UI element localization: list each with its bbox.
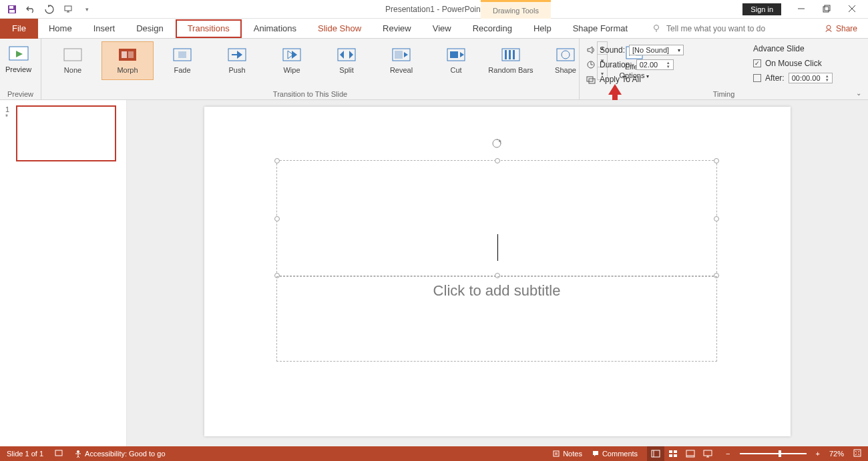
slide-canvas-area[interactable]: Click to add subtitle — [127, 100, 868, 447]
rotate-handle-icon[interactable] — [491, 138, 502, 151]
svg-point-9 — [654, 25, 659, 29]
duration-input[interactable]: 02.00▲▼ — [636, 59, 674, 70]
transition-reveal-label: Reveal — [390, 66, 413, 74]
transition-morph[interactable]: Morph — [101, 41, 154, 80]
morph-icon — [118, 48, 137, 61]
tab-review[interactable]: Review — [372, 19, 422, 39]
collapse-ribbon-icon[interactable]: ⌄ — [856, 89, 861, 97]
transition-reveal[interactable]: Reveal — [375, 41, 427, 80]
svg-rect-62 — [674, 454, 677, 457]
after-checkbox[interactable] — [753, 74, 761, 82]
svg-marker-27 — [340, 51, 344, 59]
fade-icon — [173, 48, 192, 61]
start-from-beginning-icon[interactable] — [63, 4, 73, 15]
transition-push[interactable]: Push — [211, 41, 263, 80]
split-icon — [337, 48, 356, 61]
random-bars-icon — [501, 48, 520, 61]
slide-thumbnail-1[interactable] — [16, 105, 116, 161]
svg-rect-37 — [509, 50, 511, 59]
tab-file[interactable]: File — [0, 19, 38, 39]
view-normal-button[interactable] — [647, 446, 664, 461]
transition-none[interactable]: None — [47, 41, 99, 80]
accessibility-label: Accessibility: Good to go — [85, 450, 165, 458]
save-icon[interactable] — [7, 4, 17, 15]
slide-thumbnail-pane: 1 * — [0, 100, 127, 447]
tab-insert[interactable]: Insert — [83, 19, 126, 39]
lightbulb-icon — [652, 24, 661, 33]
tab-transitions[interactable]: Transitions — [176, 19, 242, 38]
svg-rect-59 — [669, 450, 672, 453]
transition-split[interactable]: Split — [320, 41, 373, 80]
zoom-slider[interactable] — [740, 453, 807, 454]
zoom-level[interactable]: 72% — [829, 450, 844, 458]
sound-dropdown[interactable]: [No Sound]▾ — [629, 45, 684, 55]
tab-recording[interactable]: Recording — [462, 19, 523, 39]
svg-rect-14 — [64, 49, 81, 61]
transition-wipe[interactable]: Wipe — [266, 41, 318, 80]
slide: Click to add subtitle — [204, 107, 791, 436]
transition-fade[interactable]: Fade — [156, 41, 208, 80]
svg-marker-28 — [349, 51, 353, 59]
comments-icon — [592, 450, 600, 458]
preview-label: Preview — [5, 65, 31, 73]
tab-home[interactable]: Home — [38, 19, 83, 39]
on-mouse-click-label: On Mouse Click — [765, 59, 822, 68]
on-mouse-click-checkbox[interactable]: ✓ — [753, 59, 761, 67]
view-slideshow-button[interactable] — [699, 446, 716, 461]
tab-design[interactable]: Design — [126, 19, 174, 39]
svg-rect-5 — [823, 7, 829, 12]
restore-icon[interactable] — [823, 5, 832, 14]
duration-icon — [586, 60, 596, 69]
tab-help[interactable]: Help — [523, 19, 562, 39]
svg-rect-57 — [652, 450, 660, 457]
tell-me-label: Tell me what you want to do — [666, 24, 765, 33]
accessibility-button[interactable]: Accessibility: Good to go — [74, 450, 165, 458]
notes-button[interactable]: Notes — [552, 450, 582, 458]
group-label-transition: Transition to This Slide — [41, 90, 579, 98]
title-placeholder[interactable] — [276, 160, 717, 276]
thumbnail-transition-indicator: * — [5, 113, 13, 121]
tab-animations[interactable]: Animations — [243, 19, 307, 39]
preview-icon — [8, 45, 29, 63]
zoom-in-button[interactable]: + — [816, 450, 820, 458]
view-reading-button[interactable] — [682, 446, 699, 461]
zoom-out-button[interactable]: − — [726, 450, 730, 458]
group-label-preview: Preview — [0, 90, 41, 98]
transition-cut[interactable]: Cut — [430, 41, 482, 80]
svg-rect-61 — [669, 454, 672, 457]
minimize-icon[interactable] — [797, 5, 807, 14]
svg-rect-52 — [55, 450, 62, 456]
sign-in-button[interactable]: Sign in — [742, 3, 781, 15]
after-time-input[interactable]: 00:00.00▲▼ — [789, 73, 833, 83]
context-tab-drawing-tools: Drawing Tools — [481, 0, 551, 19]
svg-rect-16 — [122, 51, 127, 58]
close-icon[interactable] — [848, 5, 857, 14]
tell-me-search[interactable]: Tell me what you want to do — [652, 24, 765, 33]
view-sorter-button[interactable] — [664, 446, 682, 461]
transition-wipe-label: Wipe — [283, 66, 300, 74]
accessibility-icon — [74, 450, 82, 458]
redo-icon[interactable] — [44, 4, 55, 15]
apply-to-all-button[interactable]: Apply To All — [600, 75, 641, 84]
subtitle-placeholder[interactable]: Click to add subtitle — [276, 276, 717, 362]
after-label: After: — [765, 73, 785, 83]
none-icon — [63, 48, 82, 61]
qat-more-icon[interactable]: ▾ — [81, 4, 92, 15]
sound-icon — [586, 45, 596, 55]
tab-view[interactable]: View — [422, 19, 462, 39]
preview-button[interactable]: Preview — [5, 41, 31, 73]
tab-slideshow[interactable]: Slide Show — [307, 19, 372, 39]
fit-to-window-button[interactable] — [853, 449, 861, 458]
status-language-icon[interactable] — [54, 448, 63, 459]
subtitle-placeholder-text: Click to add subtitle — [433, 282, 561, 300]
comments-label: Comments — [602, 450, 638, 458]
comments-button[interactable]: Comments — [592, 450, 638, 458]
svg-rect-68 — [854, 450, 861, 456]
group-label-timing: Timing — [580, 90, 868, 98]
share-button[interactable]: Share — [824, 24, 857, 33]
svg-marker-21 — [237, 51, 242, 59]
tab-shape-format[interactable]: Shape Format — [562, 19, 638, 39]
window-title: Presentation1 - PowerPoint — [385, 5, 483, 14]
undo-icon[interactable] — [25, 4, 36, 15]
transition-random-bars[interactable]: Random Bars — [485, 41, 537, 80]
